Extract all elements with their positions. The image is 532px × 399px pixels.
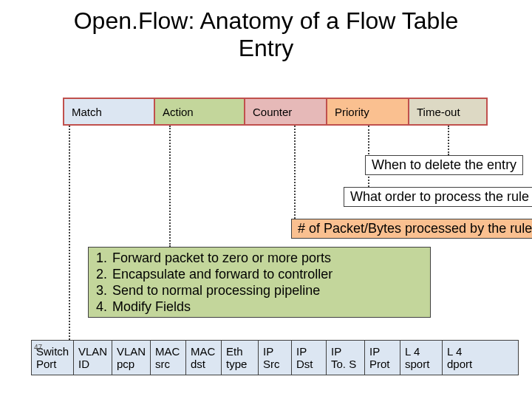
match-fields-row: SwitchPort VLANID VLANpcp MACsrc MACdst …: [31, 340, 519, 375]
match-ip-tos: IPTo. S: [327, 341, 365, 375]
callout-counter: # of Packet/Bytes processed by the rule: [291, 219, 532, 239]
action-item-1: 1.Forward packet to zero or more ports: [96, 250, 423, 267]
connector-counter: [294, 126, 296, 219]
field-match: Match: [63, 98, 155, 126]
match-vlan-id: VLANID: [74, 341, 112, 375]
action-list-box: 1.Forward packet to zero or more ports 2…: [88, 247, 431, 318]
callout-timeout: When to delete the entry: [365, 155, 523, 175]
match-eth-type: Ethtype: [222, 341, 259, 375]
callout-priority: What order to process the rule: [344, 187, 532, 207]
connector-match: [69, 126, 70, 340]
match-ip-dst: IPDst: [292, 341, 327, 375]
match-l4-sport: L 4sport: [400, 341, 443, 375]
action-item-2: 2.Encapsulate and forward to controller: [96, 267, 423, 283]
connector-action: [169, 126, 171, 247]
match-mac-src: MACsrc: [151, 341, 186, 375]
match-ip-src: IPSrc: [259, 341, 292, 375]
match-mac-dst: MACdst: [186, 341, 222, 375]
match-vlan-pcp: VLANpcp: [112, 341, 151, 375]
field-counter: Counter: [244, 98, 327, 126]
field-priority: Priority: [326, 98, 409, 126]
field-timeout: Time-out: [408, 98, 488, 126]
flow-entry-fields: Match Action Counter Priority Time-out: [63, 98, 489, 126]
match-ip-prot: IPProt: [365, 341, 400, 375]
connector-timeout: [448, 126, 449, 155]
action-item-4: 4.Modify Fields: [96, 299, 423, 316]
field-action: Action: [154, 98, 245, 126]
match-l4-dport: L 4dport: [443, 341, 485, 375]
action-item-3: 3.Send to normal processing pipeline: [96, 283, 423, 299]
slide-title: Open.Flow: Anatomy of a Flow Table Entry: [0, 0, 532, 62]
page-number: 47: [34, 344, 42, 352]
